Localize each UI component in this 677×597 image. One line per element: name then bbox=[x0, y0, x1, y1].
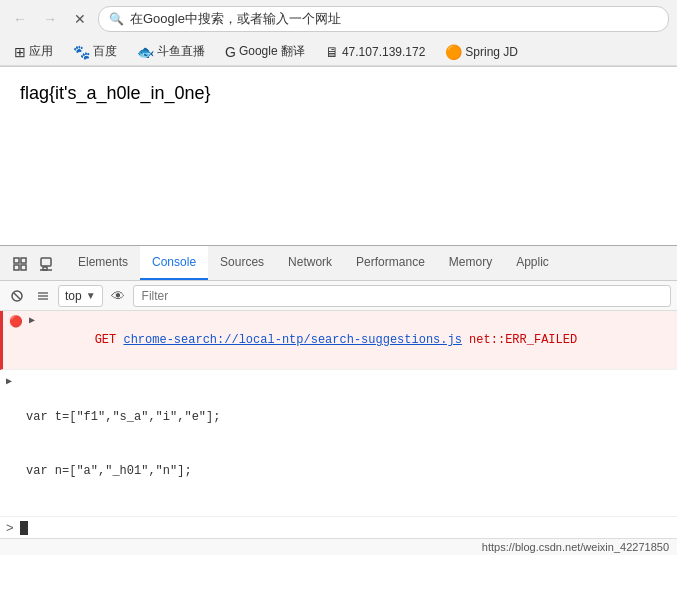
bookmark-spring[interactable]: 🟠 Spring JD bbox=[439, 42, 524, 62]
browser-chrome: ← → ✕ 🔍 在Google中搜索，或者输入一个网址 ⊞ 应用 🐾 百度 🐟 … bbox=[0, 0, 677, 67]
expand-arrow[interactable]: ▶ bbox=[29, 313, 35, 328]
device-toolbar-icon[interactable] bbox=[34, 252, 58, 276]
devtools-panel: Elements Console Sources Network Perform… bbox=[0, 245, 677, 555]
error-status: net::ERR_FAILED bbox=[462, 333, 577, 347]
svg-rect-0 bbox=[14, 258, 19, 263]
tab-elements[interactable]: Elements bbox=[66, 246, 140, 280]
baidu-icon: 🐾 bbox=[73, 44, 90, 60]
svg-rect-3 bbox=[21, 265, 26, 270]
bookmark-google-translate[interactable]: G Google 翻译 bbox=[219, 41, 311, 62]
inspect-element-icon[interactable] bbox=[8, 252, 32, 276]
forward-button[interactable]: → bbox=[38, 7, 62, 31]
tab-performance[interactable]: Performance bbox=[344, 246, 437, 280]
address-text: 在Google中搜索，或者输入一个网址 bbox=[130, 10, 341, 28]
devtools-toolbar: top ▼ 👁 bbox=[0, 281, 677, 311]
devtools-left-icons bbox=[4, 248, 62, 280]
navigation-bar: ← → ✕ 🔍 在Google中搜索，或者输入一个网址 bbox=[0, 0, 677, 38]
eye-icon[interactable]: 👁 bbox=[107, 285, 129, 307]
flag-text: flag{it's_a_h0le_in_0ne} bbox=[20, 83, 211, 104]
code-line-2: var n=["a","_h01","n"]; bbox=[26, 462, 671, 480]
bookmark-baidu[interactable]: 🐾 百度 bbox=[67, 41, 123, 62]
back-button[interactable]: ← bbox=[8, 7, 32, 31]
context-selector[interactable]: top ▼ bbox=[58, 285, 103, 307]
console-prompt[interactable]: > bbox=[0, 516, 677, 538]
tab-sources[interactable]: Sources bbox=[208, 246, 276, 280]
reload-button[interactable]: ✕ bbox=[68, 7, 92, 31]
footer-link: https://blog.csdn.net/weixin_42271850 bbox=[482, 541, 669, 553]
code-arrow: ▶ bbox=[6, 373, 22, 389]
code-block: var t=["f1","s_a","i","e"]; var n=["a","… bbox=[26, 372, 671, 516]
error-text: GET chrome-search://local-ntp/search-sug… bbox=[37, 313, 671, 367]
svg-rect-1 bbox=[14, 265, 19, 270]
page-content: flag{it's_a_h0le_in_0ne} bbox=[0, 67, 677, 245]
filter-input[interactable] bbox=[133, 285, 671, 307]
clear-console-icon[interactable] bbox=[6, 285, 28, 307]
bookmarks-bar: ⊞ 应用 🐾 百度 🐟 斗鱼直播 G Google 翻译 🖥 47.107.13… bbox=[0, 38, 677, 66]
tab-network[interactable]: Network bbox=[276, 246, 344, 280]
svg-line-8 bbox=[14, 293, 20, 299]
devtools-console: 🔴 ▶ GET chrome-search://local-ntp/search… bbox=[0, 311, 677, 516]
cursor bbox=[20, 521, 28, 535]
ip-icon: 🖥 bbox=[325, 44, 339, 60]
devtools-tab-bar: Elements Console Sources Network Perform… bbox=[0, 246, 677, 281]
douyu-icon: 🐟 bbox=[137, 44, 154, 60]
svg-rect-4 bbox=[41, 258, 51, 266]
tab-application[interactable]: Applic bbox=[504, 246, 561, 280]
console-code-line: ▶ var t=["f1","s_a","i","e"]; var n=["a"… bbox=[0, 370, 677, 516]
svg-rect-2 bbox=[21, 258, 26, 263]
console-error-line: 🔴 ▶ GET chrome-search://local-ntp/search… bbox=[0, 311, 677, 370]
tab-memory[interactable]: Memory bbox=[437, 246, 504, 280]
tab-console[interactable]: Console bbox=[140, 246, 208, 280]
code-line-1: var t=["f1","s_a","i","e"]; bbox=[26, 408, 671, 426]
bookmark-apps[interactable]: ⊞ 应用 bbox=[8, 41, 59, 62]
devtools-footer: https://blog.csdn.net/weixin_42271850 bbox=[0, 538, 677, 555]
bookmark-ip[interactable]: 🖥 47.107.139.172 bbox=[319, 42, 431, 62]
error-link[interactable]: chrome-search://local-ntp/search-suggest… bbox=[123, 333, 461, 347]
spring-icon: 🟠 bbox=[445, 44, 462, 60]
error-icon: 🔴 bbox=[9, 313, 25, 331]
prompt-icon: > bbox=[6, 520, 14, 535]
google-icon: G bbox=[225, 44, 236, 60]
bookmark-douyu[interactable]: 🐟 斗鱼直播 bbox=[131, 41, 211, 62]
console-settings-icon[interactable] bbox=[32, 285, 54, 307]
apps-icon: ⊞ bbox=[14, 44, 26, 60]
address-bar[interactable]: 🔍 在Google中搜索，或者输入一个网址 bbox=[98, 6, 669, 32]
